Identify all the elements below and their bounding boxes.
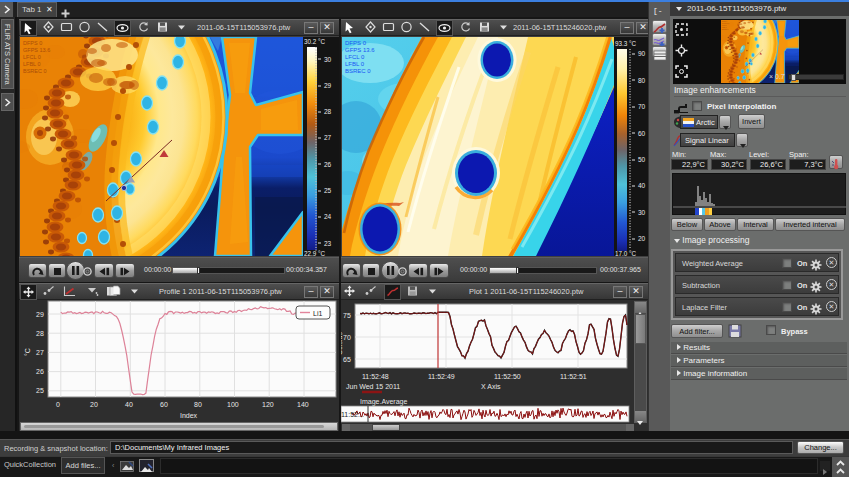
svg-text:11:52:..: 11:52:.. (341, 411, 364, 418)
svg-text:26: 26 (324, 161, 332, 168)
svg-text:28: 28 (36, 330, 44, 337)
svg-text:24: 24 (324, 213, 332, 220)
svg-text:°C: °C (24, 348, 31, 356)
svg-text:BSREC 0: BSREC 0 (23, 68, 47, 74)
svg-text:Index: Index (180, 412, 198, 419)
svg-text:80: 80 (638, 77, 646, 84)
svg-text:120: 120 (262, 401, 274, 408)
svg-text:40: 40 (638, 182, 646, 189)
svg-text:22.9 °C: 22.9 °C (304, 250, 326, 256)
svg-text:29: 29 (324, 82, 332, 89)
svg-text:100: 100 (227, 401, 239, 408)
svg-text:70: 70 (343, 334, 351, 341)
svg-text:20: 20 (638, 235, 646, 242)
svg-text:DFPS 0: DFPS 0 (23, 40, 42, 46)
svg-text:LFCL 0: LFCL 0 (722, 25, 727, 26)
svg-text:60: 60 (638, 130, 646, 137)
svg-text:27: 27 (324, 134, 332, 141)
svg-text:70: 70 (638, 103, 646, 110)
svg-text:20: 20 (90, 401, 98, 408)
svg-text:65: 65 (343, 356, 351, 363)
svg-text:40: 40 (125, 401, 133, 408)
svg-text:Li1: Li1 (313, 310, 322, 317)
svg-text:LFCL 0: LFCL 0 (23, 54, 41, 60)
svg-text:11:52:49: 11:52:49 (428, 373, 455, 380)
svg-text:30.2 °C: 30.2 °C (304, 38, 326, 45)
svg-text:GFPS 13.6: GFPS 13.6 (722, 23, 730, 24)
svg-text:LFBL 0: LFBL 0 (345, 61, 365, 67)
svg-text:140: 140 (297, 401, 309, 408)
svg-text:LFCL 0: LFCL 0 (345, 54, 365, 60)
svg-text:Image.Average: Image.Average (360, 398, 407, 406)
svg-text:27: 27 (36, 349, 44, 356)
svg-text:DFPS 0: DFPS 0 (722, 21, 727, 22)
svg-text:29: 29 (36, 311, 44, 318)
svg-text:75: 75 (343, 312, 351, 319)
svg-text:0: 0 (56, 401, 60, 408)
svg-text:GFPS 13.6: GFPS 13.6 (345, 47, 375, 53)
svg-text:17.0 °C: 17.0 °C (615, 250, 637, 256)
svg-text:GFPS 13.6: GFPS 13.6 (23, 47, 50, 53)
svg-text:LFBL 0: LFBL 0 (23, 61, 41, 67)
svg-text:60: 60 (160, 401, 168, 408)
svg-text:BSREC 0: BSREC 0 (722, 29, 729, 30)
svg-text:Celsius: Celsius (341, 332, 343, 355)
svg-text:11:52:51: 11:52:51 (560, 373, 587, 380)
svg-text:90: 90 (638, 50, 646, 57)
svg-text:30: 30 (638, 209, 646, 216)
svg-text:11:52:50: 11:52:50 (494, 373, 521, 380)
svg-text:80: 80 (194, 401, 202, 408)
svg-text:11:52:48: 11:52:48 (362, 373, 389, 380)
svg-text:X Axis: X Axis (481, 383, 501, 390)
svg-text:DFPS 0: DFPS 0 (345, 40, 367, 46)
svg-text:23: 23 (324, 240, 332, 247)
svg-text:Jun Wed 15 2011: Jun Wed 15 2011 (346, 383, 400, 390)
svg-text:50: 50 (638, 156, 646, 163)
svg-text:26: 26 (36, 368, 44, 375)
svg-text:BSREC 0: BSREC 0 (345, 68, 371, 74)
svg-text:25: 25 (324, 187, 332, 194)
svg-text:30: 30 (324, 56, 332, 63)
svg-text:LFBL 0: LFBL 0 (722, 27, 727, 28)
svg-text:28: 28 (324, 108, 332, 115)
svg-text:93.3 °C: 93.3 °C (615, 40, 637, 47)
svg-text:25: 25 (36, 387, 44, 394)
